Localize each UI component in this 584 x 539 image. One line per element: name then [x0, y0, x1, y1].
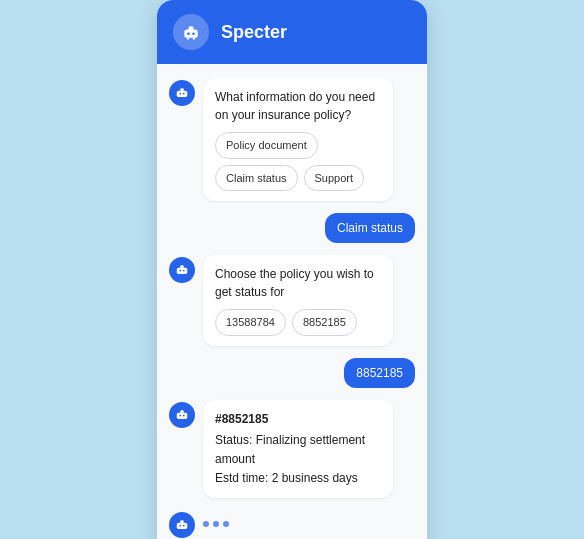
bot-message-2: Choose the policy you wish to get status…: [169, 255, 415, 346]
typing-dot-1: [203, 521, 209, 527]
svg-point-20: [179, 525, 181, 527]
bot-bubble-2: Choose the policy you wish to get status…: [203, 255, 393, 346]
bot-text-1: What information do you need on your ins…: [215, 90, 375, 122]
svg-rect-7: [180, 88, 184, 91]
user-bubble-1: Claim status: [325, 213, 415, 243]
svg-rect-15: [180, 410, 184, 413]
svg-point-2: [187, 32, 190, 35]
header-bot-avatar: [173, 14, 209, 50]
svg-rect-1: [189, 26, 194, 30]
svg-point-16: [179, 414, 181, 416]
svg-point-3: [192, 32, 195, 35]
bot-message-3: #8852185 Status: Finalizing settlement a…: [169, 400, 415, 499]
chip-policy-2[interactable]: 8852185: [292, 309, 357, 336]
bot-text-2: Choose the policy you wish to get status…: [215, 267, 374, 299]
chat-body: What information do you need on your ins…: [157, 64, 427, 539]
header-title: Specter: [221, 22, 287, 43]
svg-point-12: [179, 270, 181, 272]
status-line: Status: Finalizing settlement amount: [215, 431, 381, 469]
chat-container: Specter What information do you need on …: [157, 0, 427, 539]
typing-row: [169, 510, 415, 538]
typing-dot-3: [223, 521, 229, 527]
user-message-2: 8852185: [169, 358, 415, 388]
chips-group-1: Policy document Claim status Support: [215, 132, 381, 191]
bot-status-bubble: #8852185 Status: Finalizing settlement a…: [203, 400, 393, 499]
svg-point-13: [183, 270, 185, 272]
svg-rect-19: [180, 521, 184, 524]
svg-rect-18: [177, 523, 188, 529]
bot-bubble-1: What information do you need on your ins…: [203, 78, 393, 201]
bot-avatar-3: [169, 402, 195, 428]
svg-point-9: [183, 93, 185, 95]
chat-body-wrapper: What information do you need on your ins…: [157, 64, 427, 539]
svg-rect-5: [193, 38, 196, 40]
svg-rect-0: [184, 30, 197, 38]
estd-line: Estd time: 2 business days: [215, 469, 381, 488]
bot-avatar-typing: [169, 512, 195, 538]
user-message-1: Claim status: [169, 213, 415, 243]
bot-avatar-2: [169, 257, 195, 283]
user-bubble-2: 8852185: [344, 358, 415, 388]
svg-rect-4: [187, 38, 190, 40]
svg-rect-11: [180, 265, 184, 268]
typing-dots: [203, 515, 229, 533]
chat-header: Specter: [157, 0, 427, 64]
bot-avatar-1: [169, 80, 195, 106]
svg-point-8: [179, 93, 181, 95]
svg-rect-10: [177, 268, 188, 274]
chip-claim-status[interactable]: Claim status: [215, 165, 298, 192]
typing-dot-2: [213, 521, 219, 527]
bot-message-1: What information do you need on your ins…: [169, 78, 415, 201]
svg-point-21: [183, 525, 185, 527]
chips-group-2: 13588784 8852185: [215, 309, 381, 336]
svg-point-17: [183, 414, 185, 416]
chip-support[interactable]: Support: [304, 165, 365, 192]
policy-number: #8852185: [215, 410, 381, 429]
svg-rect-14: [177, 412, 188, 418]
chip-policy-doc[interactable]: Policy document: [215, 132, 318, 159]
chip-policy-1[interactable]: 13588784: [215, 309, 286, 336]
svg-rect-6: [177, 91, 188, 97]
